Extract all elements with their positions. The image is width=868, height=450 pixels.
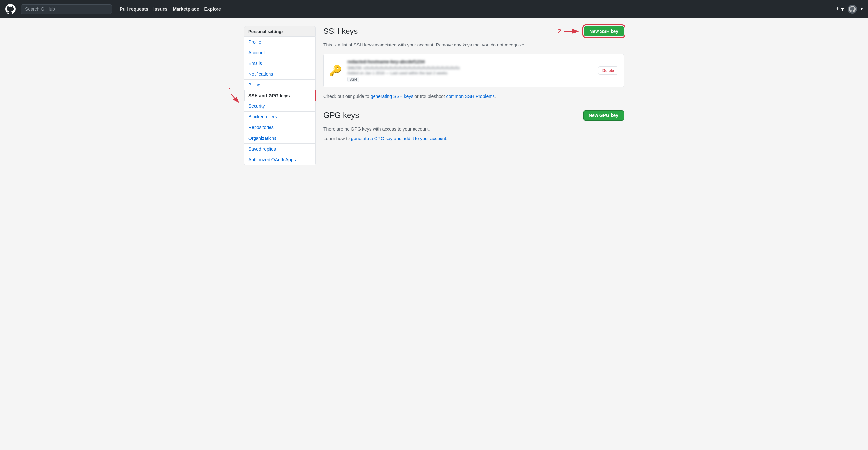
sidebar-item-emails[interactable]: Emails: [245, 58, 315, 69]
guide-text: Check out our guide to generating SSH ke…: [323, 93, 624, 100]
key-meta: Added on Jan 1 2018 — Last used within t…: [347, 71, 593, 76]
guide-suffix: .: [495, 94, 496, 99]
ssh-section-header: SSH keys 2 Ne: [323, 26, 624, 36]
guide-prefix: Check out our guide to: [323, 94, 371, 99]
gpg-section-header: GPG keys New GPG key: [323, 110, 624, 121]
ssh-section: SSH keys 2 Ne: [323, 26, 624, 100]
key-info: redacted-hostname-key-abcdef1234 SHA256:…: [347, 59, 593, 82]
avatar[interactable]: [848, 5, 857, 14]
sidebar-item-organizations[interactable]: Organizations: [245, 133, 315, 144]
gpg-section-title: GPG keys: [323, 111, 359, 120]
annotation-2-label: 2: [558, 28, 561, 35]
new-item-button[interactable]: + ▾: [836, 5, 844, 13]
annotation-2: 2: [558, 28, 580, 35]
sidebar-item-security[interactable]: Security: [245, 101, 315, 112]
key-type-label: SSH: [347, 77, 359, 82]
key-fingerprint: SHA256:xXxXxXxXxXxXxXxXxXxXxXxXxXxXxXxXx…: [347, 66, 593, 70]
sidebar-item-billing[interactable]: Billing: [245, 80, 315, 90]
svg-line-1: [231, 94, 238, 102]
main-content: SSH keys 2 Ne: [323, 26, 624, 165]
annotation-1-arrow: 1: [228, 87, 248, 107]
new-ssh-area: 2 New SSH key: [558, 26, 624, 36]
sidebar-list: Profile Account Emails Notifications Bil…: [244, 37, 316, 165]
sidebar-heading: Personal settings: [244, 26, 316, 37]
annotation-2-arrow: [564, 29, 580, 34]
nav-marketplace[interactable]: Marketplace: [173, 6, 199, 12]
header: Pull requests Issues Marketplace Explore…: [0, 0, 868, 18]
gpg-learn-suffix: .: [446, 136, 447, 141]
page-wrapper: Personal settings Profile Account Emails…: [239, 18, 629, 173]
ssh-description: This is a list of SSH keys associated wi…: [323, 41, 624, 49]
sidebar-item-blocked-users[interactable]: Blocked users: [245, 112, 315, 122]
delete-key-button[interactable]: Delete: [598, 66, 618, 75]
generate-gpg-key-link[interactable]: generate a GPG key and add it to your ac…: [351, 136, 446, 141]
sidebar: Personal settings Profile Account Emails…: [244, 26, 316, 165]
gpg-section: GPG keys New GPG key There are no GPG ke…: [323, 110, 624, 142]
ssh-section-title: SSH keys: [323, 27, 358, 36]
search-input[interactable]: [21, 4, 112, 14]
sidebar-item-ssh-gpg[interactable]: SSH and GPG keys: [245, 90, 315, 101]
sidebar-item-account[interactable]: Account: [245, 48, 315, 58]
sidebar-item-notifications[interactable]: Notifications: [245, 69, 315, 80]
new-ssh-key-button[interactable]: New SSH key: [584, 26, 624, 36]
avatar-caret[interactable]: ▾: [861, 7, 863, 11]
common-ssh-problems-link[interactable]: common SSH Problems: [446, 94, 494, 99]
guide-middle: or troubleshoot: [413, 94, 446, 99]
gpg-learn-text: Learn how to generate a GPG key and add …: [323, 135, 624, 142]
sidebar-item-repositories[interactable]: Repositories: [245, 122, 315, 133]
gpg-no-keys-text: There are no GPG keys with access to you…: [323, 126, 624, 133]
header-right: + ▾ ▾: [836, 5, 863, 14]
generating-ssh-keys-link[interactable]: generating SSH keys: [371, 94, 413, 99]
svg-text:1: 1: [228, 87, 231, 94]
key-icon: 🔑: [329, 64, 342, 77]
sidebar-item-profile[interactable]: Profile: [245, 37, 315, 48]
sidebar-item-ssh-wrapper: 1 SSH and GPG keys: [245, 90, 315, 101]
ssh-key-card: 🔑 redacted-hostname-key-abcdef1234 SHA25…: [323, 54, 624, 87]
nav-explore[interactable]: Explore: [204, 6, 221, 12]
sidebar-item-oauth-apps[interactable]: Authorized OAuth Apps: [245, 154, 315, 165]
header-nav: Pull requests Issues Marketplace Explore: [120, 6, 221, 12]
github-logo[interactable]: [5, 4, 16, 14]
nav-issues[interactable]: Issues: [153, 6, 168, 12]
gpg-learn-prefix: Learn how to: [323, 136, 351, 141]
key-name: redacted-hostname-key-abcdef1234: [347, 59, 593, 64]
new-gpg-key-button[interactable]: New GPG key: [583, 110, 624, 121]
sidebar-item-saved-replies[interactable]: Saved replies: [245, 144, 315, 154]
nav-pull-requests[interactable]: Pull requests: [120, 6, 148, 12]
